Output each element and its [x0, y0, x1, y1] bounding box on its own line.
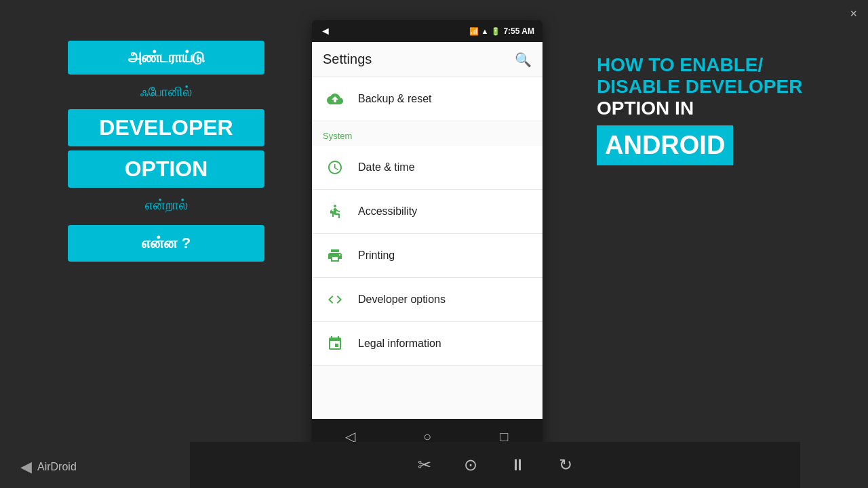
search-icon[interactable]: 🔍 [515, 52, 532, 68]
left-question-box: என்ன ? [68, 225, 264, 262]
settings-header: Settings 🔍 [312, 42, 542, 77]
status-time: 7:55 AM [503, 26, 534, 36]
backup-reset-icon [323, 87, 347, 111]
developer-options-label: Developer options [358, 293, 446, 306]
settings-item-printing[interactable]: Printing [312, 234, 542, 278]
accessibility-label: Accessibility [358, 205, 417, 218]
left-option-text: OPTION [79, 157, 254, 181]
pause-button[interactable]: ⏸ [510, 455, 526, 474]
right-line3: OPTION IN [597, 98, 694, 119]
date-time-label: Date & time [358, 161, 415, 174]
legal-information-label: Legal information [358, 338, 441, 350]
settings-item-backup-reset[interactable]: Backup & reset [312, 77, 542, 121]
date-time-icon [323, 155, 347, 180]
right-line2: DISABLE DEVELOPER [597, 76, 802, 97]
developer-options-icon [323, 287, 347, 312]
legal-information-icon [323, 331, 347, 356]
left-question-text: என்ன ? [79, 235, 254, 252]
right-how-to: HOW TO ENABLE/ DISABLE DEVELOPER OPTION … [597, 54, 854, 120]
scissors-button[interactable]: ✂ [418, 455, 431, 474]
settings-item-accessibility[interactable]: Accessibility [312, 190, 542, 234]
svg-point-0 [334, 205, 336, 207]
airdroid-icon: ◀ [20, 458, 32, 476]
refresh-button[interactable]: ↻ [559, 455, 572, 474]
left-endra-text: என்றால் [68, 197, 264, 213]
left-title-text: அண்டராய்டு [79, 49, 254, 66]
system-section-header: System [312, 121, 542, 146]
status-icons: 📶 ▲ 🔋 7:55 AM [469, 26, 534, 36]
settings-list: Backup & reset System Date & time Acc [312, 77, 542, 419]
settings-title: Settings [323, 52, 372, 67]
battery-icon: 🔋 [491, 27, 500, 36]
printing-icon [323, 243, 347, 268]
left-panel: அண்டராய்டு ஃபோனில் DEVELOPER OPTION என்ற… [68, 41, 264, 262]
bottom-toolbar: ✂ ⊙ ⏸ ↻ [190, 442, 800, 488]
left-title-box: அண்டராய்டு [68, 41, 264, 75]
status-back-arrow[interactable]: ◄ [320, 25, 331, 37]
left-option-box: OPTION [68, 150, 264, 188]
printing-label: Printing [358, 249, 395, 262]
status-bar: ◄ 📶 ▲ 🔋 7:55 AM [312, 20, 542, 42]
left-developer-box: DEVELOPER [68, 109, 264, 146]
left-endra-box: என்றால் [68, 192, 264, 218]
wifi-icon: 📶 [469, 27, 479, 36]
accessibility-icon [323, 199, 347, 224]
right-line1: HOW TO ENABLE/ [597, 54, 763, 75]
settings-item-developer-options[interactable]: Developer options [312, 278, 542, 322]
left-line2: ஃபோனில் [68, 84, 264, 100]
phone-mockup: ◄ 📶 ▲ 🔋 7:55 AM Settings 🔍 Backup & rese… [312, 20, 542, 454]
airdroid-logo: ◀ AirDroid [20, 458, 77, 476]
system-label: System [323, 131, 352, 141]
signal-icon: ▲ [481, 27, 489, 35]
left-subtitle-box: ஃபோனில் [68, 79, 264, 105]
airdroid-label: AirDroid [37, 461, 77, 473]
right-panel: HOW TO ENABLE/ DISABLE DEVELOPER OPTION … [583, 41, 868, 179]
right-android-text: ANDROID [605, 131, 725, 159]
right-android-box: ANDROID [597, 125, 733, 165]
record-button[interactable]: ⊙ [464, 455, 477, 474]
settings-item-date-time[interactable]: Date & time [312, 146, 542, 190]
backup-reset-label: Backup & reset [358, 93, 432, 105]
close-button[interactable]: × [850, 7, 857, 21]
settings-item-legal-information[interactable]: Legal information [312, 322, 542, 366]
left-developer-text: DEVELOPER [79, 116, 254, 140]
